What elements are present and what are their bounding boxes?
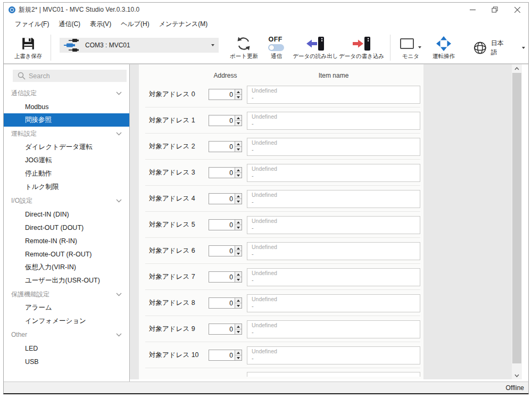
spinner-down-button[interactable] bbox=[235, 277, 242, 282]
address-spinner[interactable]: 0 bbox=[209, 324, 242, 335]
spinner-up-button[interactable] bbox=[235, 246, 242, 251]
scrollbar-thumb[interactable] bbox=[512, 73, 521, 363]
scroll-down-button[interactable] bbox=[512, 371, 522, 379]
data-read-button[interactable]: データの読み出し bbox=[292, 33, 338, 62]
table-row-partial bbox=[139, 368, 423, 377]
sidebar-section-header[interactable]: 通信設定 bbox=[4, 86, 129, 100]
spinner-up-button[interactable] bbox=[235, 168, 242, 172]
sidebar-item[interactable]: 間接参照 bbox=[4, 113, 129, 127]
address-spinner[interactable]: 0 bbox=[209, 271, 242, 283]
address-value[interactable]: 0 bbox=[209, 246, 235, 256]
monitor-button[interactable]: モニタ bbox=[396, 33, 426, 62]
app-icon bbox=[9, 6, 15, 13]
spinner-up-button[interactable] bbox=[235, 324, 242, 329]
sidebar-item[interactable]: アラーム bbox=[4, 301, 129, 314]
address-value[interactable]: 0 bbox=[209, 272, 235, 282]
spinner-up-button[interactable] bbox=[235, 194, 242, 198]
sidebar-section-label: Other bbox=[11, 331, 27, 338]
spinner-up-button[interactable] bbox=[235, 272, 242, 277]
search-input[interactable] bbox=[13, 70, 127, 82]
address-spinner[interactable]: 0 bbox=[209, 115, 242, 126]
triangle-down-icon bbox=[237, 305, 240, 307]
spinner-up-button[interactable] bbox=[235, 89, 242, 94]
data-write-button[interactable]: データの書き込み bbox=[338, 33, 385, 62]
sidebar-item[interactable]: Remote-OUT (R-OUT) bbox=[4, 247, 129, 261]
spinner-down-button[interactable] bbox=[235, 94, 242, 100]
restore-button[interactable] bbox=[484, 3, 506, 16]
address-spinner[interactable]: 0 bbox=[209, 89, 242, 100]
address-value[interactable]: 0 bbox=[209, 350, 235, 360]
address-spinner[interactable]: 0 bbox=[209, 245, 242, 256]
spinner-down-button[interactable] bbox=[235, 225, 242, 230]
sidebar-item[interactable]: トルク制限 bbox=[4, 180, 129, 194]
port-refresh-button[interactable]: ポート更新 bbox=[225, 33, 262, 62]
spinner-down-button[interactable] bbox=[235, 355, 242, 360]
spinner-down-button[interactable] bbox=[235, 303, 242, 308]
sidebar-item[interactable]: USB bbox=[4, 355, 129, 368]
sidebar-item[interactable]: Remote-IN (R-IN) bbox=[4, 234, 129, 247]
sidebar-section-header[interactable]: Other bbox=[4, 328, 129, 342]
sidebar-item[interactable]: Direct-OUT (DOUT) bbox=[4, 221, 129, 234]
scroll-up-button[interactable] bbox=[512, 64, 522, 72]
menu-item[interactable]: ファイル(F) bbox=[10, 20, 54, 29]
address-value[interactable]: 0 bbox=[209, 168, 235, 178]
triangle-up-icon bbox=[237, 169, 240, 171]
menu-item[interactable]: メンテナンス(M) bbox=[154, 20, 213, 29]
address-spinner[interactable]: 0 bbox=[209, 219, 242, 230]
address-spinner[interactable]: 0 bbox=[209, 141, 242, 152]
sidebar-item[interactable]: 停止動作 bbox=[4, 167, 129, 180]
spinner-up-button[interactable] bbox=[235, 350, 242, 355]
spinner-up-button[interactable] bbox=[235, 220, 242, 225]
address-value[interactable]: 0 bbox=[209, 194, 235, 204]
spinner-down-button[interactable] bbox=[235, 251, 242, 256]
data-write-icon bbox=[352, 36, 371, 51]
sidebar-item[interactable]: ユーザー出力(USR-OUT) bbox=[4, 274, 129, 287]
menu-item[interactable]: 表示(V) bbox=[85, 20, 116, 29]
spinner-up-button[interactable] bbox=[235, 142, 242, 146]
address-value[interactable]: 0 bbox=[209, 298, 235, 308]
sidebar-item[interactable]: Direct-IN (DIN) bbox=[4, 208, 129, 221]
sidebar-item[interactable]: 仮想入力(VIR-IN) bbox=[4, 261, 129, 274]
menu-item[interactable]: 通信(C) bbox=[54, 20, 85, 29]
vertical-scrollbar[interactable] bbox=[512, 64, 522, 379]
sidebar-item[interactable]: Modbus bbox=[4, 100, 129, 113]
address-spinner[interactable]: 0 bbox=[209, 167, 242, 178]
item-name-value: - bbox=[252, 329, 415, 336]
address-value[interactable]: 0 bbox=[209, 115, 235, 126]
triangle-down-icon bbox=[237, 148, 240, 151]
close-button[interactable] bbox=[506, 3, 528, 16]
sidebar-section-header[interactable]: 保護機能設定 bbox=[4, 287, 129, 301]
language-select[interactable]: 日本語 bbox=[470, 33, 528, 62]
minimize-button[interactable] bbox=[461, 3, 484, 16]
item-name-status: Undefined bbox=[252, 192, 415, 198]
spinner-down-button[interactable] bbox=[235, 198, 242, 204]
spinner-up-button[interactable] bbox=[235, 115, 242, 120]
address-value[interactable]: 0 bbox=[209, 142, 235, 152]
table-row: 対象アドレス 2 0 Undefined - bbox=[139, 134, 423, 160]
sidebar-item[interactable]: LED bbox=[4, 342, 129, 355]
spinner-down-button[interactable] bbox=[235, 146, 242, 152]
menu-item[interactable]: ヘルプ(H) bbox=[116, 20, 154, 29]
sidebar-section-header[interactable]: 運転設定 bbox=[4, 127, 129, 140]
address-value[interactable]: 0 bbox=[209, 220, 235, 230]
spinner-down-button[interactable] bbox=[235, 120, 242, 126]
sidebar-item[interactable]: インフォメーション bbox=[4, 314, 129, 328]
save-button[interactable]: 上書き保存 bbox=[11, 33, 45, 62]
sidebar-item[interactable]: JOG運転 bbox=[4, 154, 129, 167]
address-value[interactable]: 0 bbox=[209, 89, 235, 100]
operation-label: 運転操作 bbox=[433, 53, 455, 60]
operation-button[interactable]: 運転操作 bbox=[427, 33, 461, 62]
address-value[interactable]: 0 bbox=[209, 324, 235, 334]
address-spinner[interactable]: 0 bbox=[209, 350, 242, 361]
row-label: 対象アドレス 3 bbox=[149, 168, 209, 177]
spinner-down-button[interactable] bbox=[235, 172, 242, 178]
data-read-icon bbox=[306, 36, 325, 51]
port-select[interactable]: COM3 : MVC01 bbox=[60, 38, 219, 53]
comm-toggle-button[interactable]: OFF 通信 bbox=[262, 33, 290, 62]
spinner-up-button[interactable] bbox=[235, 298, 242, 303]
spinner-down-button[interactable] bbox=[235, 329, 242, 334]
sidebar-item[interactable]: ダイレクトデータ運転 bbox=[4, 140, 129, 154]
address-spinner[interactable]: 0 bbox=[209, 297, 242, 309]
sidebar-section-header[interactable]: I/O設定 bbox=[4, 194, 129, 208]
address-spinner[interactable]: 0 bbox=[209, 193, 242, 204]
